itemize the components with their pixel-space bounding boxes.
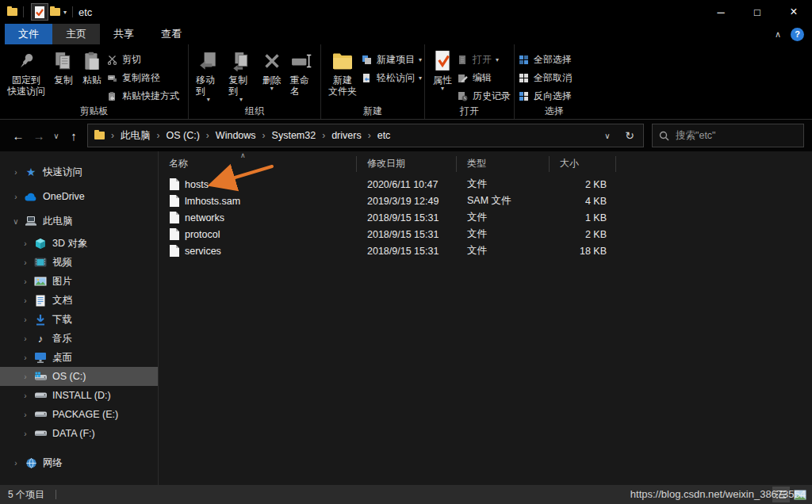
back-icon[interactable]: ← (8, 125, 29, 146)
select-all-button[interactable]: 全部选择 (518, 52, 572, 67)
copy-path-button[interactable]: 复制路径 (106, 71, 179, 85)
easy-access-button[interactable]: 轻松访问 ▾ (361, 71, 422, 85)
tab-home[interactable]: 主页 (52, 24, 100, 44)
qat-dropdown-icon[interactable]: ▾ (63, 9, 67, 16)
tab-file[interactable]: 文件 (5, 24, 52, 44)
move-to-button[interactable]: 移动到 ▾ (192, 47, 224, 106)
sidebar-item-documents[interactable]: › 文档 (0, 291, 158, 310)
copy-to-button[interactable]: 复制到 ▾ (224, 47, 257, 106)
file-row-hosts[interactable]: hosts 2020/6/11 10:47 文件 2 KB (159, 176, 812, 193)
chevron-right-icon[interactable]: › (21, 296, 30, 305)
sidebar-item-music[interactable]: › ♪ 音乐 (0, 329, 158, 348)
copy-button[interactable]: 复制 (49, 47, 78, 106)
maximize-button[interactable]: □ (739, 0, 776, 24)
close-button[interactable]: × (776, 0, 812, 24)
qat-new-folder-icon[interactable] (50, 8, 60, 16)
open-button[interactable]: 打开 ▾ (457, 52, 511, 67)
column-header-name[interactable]: 名称 (159, 156, 357, 172)
sidebar-item-downloads[interactable]: › 下载 (0, 310, 158, 329)
chevron-right-icon[interactable]: › (21, 410, 30, 419)
refresh-icon[interactable]: ↻ (619, 125, 640, 146)
new-item-button[interactable]: 新建项目 ▾ (361, 52, 422, 67)
qat-properties-button[interactable] (31, 3, 48, 21)
button-label: 复制路径 (122, 71, 160, 85)
address-dropdown-icon[interactable]: ∨ (597, 125, 618, 146)
column-header-size[interactable]: 大小 (550, 156, 616, 172)
chevron-right-icon[interactable]: › (21, 277, 30, 286)
edit-icon (457, 72, 469, 83)
clipboard-small-buttons: 剪切 复制路径 粘贴快捷方式 (106, 47, 179, 106)
search-box[interactable] (652, 124, 804, 147)
sidebar-item-this-pc[interactable]: ∨ 此电脑 (0, 212, 158, 231)
file-name: hosts (185, 179, 209, 190)
history-button[interactable]: 历史记录 (457, 89, 511, 103)
breadcrumb-windows[interactable]: Windows (211, 130, 261, 141)
file-date: 2020/6/11 10:47 (357, 179, 457, 190)
sidebar-item-desktop[interactable]: › 桌面 (0, 348, 158, 367)
file-row-lmhosts[interactable]: lmhosts.sam 2019/3/19 12:49 SAM 文件 4 KB (159, 193, 812, 209)
chevron-right-icon[interactable]: › (21, 391, 30, 400)
file-row-networks[interactable]: networks 2018/9/15 15:31 文件 1 KB (159, 209, 812, 226)
select-all-icon (518, 54, 530, 65)
file-row-protocol[interactable]: protocol 2018/9/15 15:31 文件 2 KB (159, 226, 812, 242)
chevron-down-icon[interactable]: ∨ (11, 217, 21, 226)
paste-shortcut-button[interactable]: 粘贴快捷方式 (106, 89, 179, 103)
breadcrumb-system32[interactable]: System32 (267, 130, 321, 141)
search-input[interactable] (676, 130, 779, 141)
column-header-date-modified[interactable]: 修改日期 (357, 156, 457, 172)
cut-button[interactable]: 剪切 (106, 52, 179, 67)
3d-objects-icon (33, 237, 48, 250)
chevron-right-icon[interactable]: › (21, 430, 30, 438)
tab-view[interactable]: 查看 (147, 24, 195, 44)
sidebar-item-network[interactable]: › 网络 (0, 453, 158, 472)
breadcrumb-drivers[interactable]: drivers (327, 130, 366, 141)
ribbon-group-label: 打开 (425, 105, 514, 118)
chevron-right-icon[interactable]: › (21, 334, 30, 343)
help-icon[interactable]: ? (791, 28, 804, 41)
chevron-right-icon[interactable]: › (21, 372, 30, 381)
breadcrumb-this-pc[interactable]: 此电脑 (116, 129, 155, 143)
column-header-type[interactable]: 类型 (457, 156, 550, 172)
new-folder-button[interactable]: 新建 文件夹 (324, 47, 361, 106)
chevron-right-icon[interactable]: › (21, 353, 30, 362)
paste-button[interactable]: 粘贴 (78, 47, 106, 106)
invert-selection-button[interactable]: 反向选择 (518, 89, 572, 103)
chevron-right-icon[interactable]: › (21, 258, 30, 267)
chevron-right-icon[interactable]: › (21, 315, 30, 324)
sidebar-item-onedrive[interactable]: › OneDrive (0, 187, 158, 206)
sidebar-item-quick-access[interactable]: › ★ 快速访问 (0, 162, 158, 181)
file-date: 2018/9/15 15:31 (357, 212, 457, 223)
chevron-right-icon[interactable]: › (21, 239, 30, 248)
address-bar[interactable]: › 此电脑 › OS (C:) › Windows › System32 › d… (87, 124, 644, 147)
breadcrumb-etc[interactable]: etc (373, 130, 396, 141)
copy-to-icon (231, 48, 251, 74)
properties-button[interactable]: 属性 ▾ (428, 47, 457, 106)
sidebar-item-package-e[interactable]: › PACKAGE (E:) (0, 405, 158, 424)
sidebar-item-3d-objects[interactable]: › 3D 对象 (0, 234, 158, 253)
tab-share[interactable]: 共享 (100, 24, 147, 44)
sidebar-item-os-c[interactable]: › OS (C:) (0, 367, 158, 386)
sidebar-item-install-d[interactable]: › INSTALL (D:) (0, 386, 158, 405)
file-row-services[interactable]: services 2018/9/15 15:31 文件 18 KB (159, 242, 812, 259)
breadcrumb: › 此电脑 › OS (C:) › Windows › System32 › d… (109, 129, 597, 143)
sidebar-item-data-f[interactable]: › DATA (F:) (0, 424, 158, 443)
pin-to-quick-access-button[interactable]: 固定到 快速访问 (3, 47, 49, 106)
chevron-right-icon[interactable]: › (11, 168, 21, 177)
collapse-ribbon-icon[interactable]: ∧ (775, 29, 781, 40)
minimize-button[interactable]: ─ (703, 0, 739, 24)
sidebar-item-pictures[interactable]: › 图片 (0, 272, 158, 291)
edit-button[interactable]: 编辑 (457, 71, 511, 85)
chevron-right-icon[interactable]: › (11, 193, 21, 201)
button-label: 编辑 (473, 71, 492, 85)
recent-locations-icon[interactable]: ∨ (49, 125, 63, 146)
up-icon[interactable]: ↑ (63, 125, 84, 146)
chevron-right-icon[interactable]: › (11, 459, 21, 468)
delete-button[interactable]: 删除 ▾ (258, 47, 286, 106)
button-label: 复制 (54, 74, 73, 86)
forward-icon[interactable]: → (29, 125, 49, 146)
select-none-button[interactable]: 全部取消 (518, 71, 572, 85)
item-count: 5 个项目 (8, 488, 44, 502)
breadcrumb-os-c[interactable]: OS (C:) (162, 130, 205, 141)
rename-button[interactable]: 重命名 (286, 47, 319, 106)
sidebar-item-videos[interactable]: › 视频 (0, 253, 158, 272)
